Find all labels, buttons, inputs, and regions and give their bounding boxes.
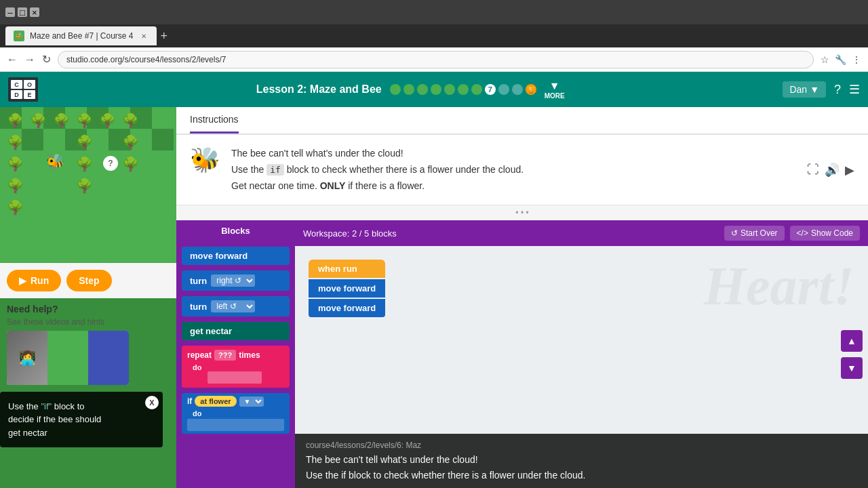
tree-1: 🌳 [7,113,24,129]
dot-1 [390,84,401,95]
blocks-header: Blocks [176,220,295,241]
refresh-button[interactable]: ↻ [42,53,51,66]
workspace-block-1[interactable]: move forward [309,279,385,298]
logo-c: C [11,80,22,89]
tree-13: 🌳 [7,178,24,194]
run-button[interactable]: ▶ Run [7,270,61,291]
scroll-down-button[interactable]: ▼ [841,357,863,379]
dot-trophy: 🏆 [526,84,536,95]
code-logo: C O D E [8,77,38,102]
get-nectar-block[interactable]: get nectar [182,322,290,340]
maximize-btn[interactable]: □ [18,7,27,17]
turn-right-dropdown[interactable]: right ↺ left ↺ [211,274,255,287]
turn-left-dropdown[interactable]: left ↺ right ↺ [211,300,255,312]
bee-avatar: 🐝 [190,146,220,194]
window-controls: – □ × [5,7,39,17]
dot-5 [444,84,455,95]
scroll-arrows: ▲ ▼ [835,325,868,384]
tree-10: 🌳 [7,156,24,172]
tab-instructions[interactable]: Instructions [190,107,239,134]
more-button[interactable]: ▼ MORE [545,80,565,100]
logo-o: O [24,80,35,89]
instruction-actions: ⛶ 🔊 ▶ [807,146,854,194]
back-button[interactable]: ← [7,54,18,66]
browser-icons: ☆ 🔧 ⋮ [821,54,861,65]
bookmark-icon[interactable]: ☆ [821,54,829,65]
expand-icon[interactable]: ⛶ [807,146,819,194]
bottom-tooltip: course4/lessons/2/levels/6: Maz The bee … [295,434,868,488]
help-title: Need help? [7,304,170,314]
tree-8: 🌳 [76,134,93,150]
blocks-list: move forward turn right ↺ left ↺ turn le… [176,241,295,439]
tooltip-overlay: X Use the "if" block to decide if the be… [0,392,163,448]
game-canvas: 🌳 🌳 🌳 🌳 🌳 🌳 🌳 🌳 🌳 🌳 🌳 🌳 🌳 🌳 🌳 🐝 ? [0,107,176,263]
help-section: Need help? See these videos and hints 👩‍… [0,298,176,390]
banner-line2: Use the if block to check whether there … [306,468,857,483]
close-btn[interactable]: × [30,7,39,17]
hamburger-menu-button[interactable]: ☰ [849,82,860,97]
extension-icon[interactable]: 🔧 [835,54,846,65]
tab-close-btn[interactable]: ✕ [139,31,149,41]
start-over-button[interactable]: ↺ Start Over [724,226,785,241]
dot-9 [512,84,523,95]
tree-3: 🌳 [53,113,70,129]
workspace-content: when run move forward move forward Heart… [295,246,868,331]
address-bar: ← → ↻ ☆ 🔧 ⋮ [0,47,868,72]
if-block[interactable]: if at flower ▼ do [182,393,290,434]
user-button[interactable]: Dan ▼ [783,81,826,98]
volume-icon[interactable]: 🔊 [825,146,840,194]
tree-15: 🌳 [7,199,24,216]
dot-6 [458,84,469,95]
hint-thumb-2 [47,331,88,385]
instruction-line-3: Get nectar one time. ONLY if there is a … [231,178,524,195]
dot-8 [498,84,509,95]
forward-button[interactable]: → [24,54,35,66]
step-button[interactable]: Step [66,270,111,291]
when-run-block[interactable]: when run move forward move forward [309,260,385,317]
dot-2 [403,84,414,95]
tree-2: 🌳 [30,113,47,129]
progress-dots: 7 🏆 [390,84,536,95]
instruction-line-1: The bee can't tell what's under the clou… [231,146,524,162]
active-tab[interactable]: 🐝 Maze and Bee #7 | Course 4 ✕ [5,26,157,45]
header-right: Dan ▼ ? ☰ [783,81,860,98]
lesson-title-text: Lesson 2: Maze and Bee [256,83,382,96]
workspace-block-2[interactable]: move forward [309,299,385,317]
instruction-line-2: Use the if block to check whether there … [231,162,524,178]
turn-right-block[interactable]: turn right ↺ left ↺ [182,270,290,291]
code-workspace: Workspace: 2 / 5 blocks ↺ Start Over </>… [295,220,868,488]
move-forward-block[interactable]: move forward [182,247,290,265]
workspace-area: Blocks move forward turn right ↺ left ↺ … [176,220,868,488]
play-icon[interactable]: ▶ [845,146,854,194]
right-panel: Instructions 🐝 The bee can't tell what's… [176,107,868,488]
dot-4 [431,84,441,95]
turn-left-block[interactable]: turn left ↺ right ↺ [182,296,290,317]
divider: • • • [176,205,868,220]
workspace-info: Workspace: 2 / 5 blocks [303,228,397,239]
dot-7 [471,84,482,95]
new-tab-button[interactable]: + [161,29,168,43]
hint-video[interactable]: 👩‍💻 [7,331,129,385]
menu-icon[interactable]: ⋮ [852,54,861,65]
if-dropdown[interactable]: ▼ [239,396,264,407]
bee-character: 🐝 [46,153,64,171]
tree-7: 🌳 [7,134,24,150]
tab-title: Maze and Bee #7 | Course 4 [30,31,134,41]
url-input[interactable] [58,51,814,68]
show-code-button[interactable]: </> Show Code [790,226,860,241]
hint-thumb-3 [88,331,129,385]
tree-12: 🌳 [122,156,139,172]
scroll-up-button[interactable]: ▲ [841,330,863,352]
banner-url: course4/lessons/2/levels/6: Maz [306,439,857,452]
tree-11: 🌳 [76,156,93,172]
tab-favicon: 🐝 [14,30,24,41]
minimize-btn[interactable]: – [5,7,15,17]
question-cloud: ? [103,156,118,171]
hint-thumb-1: 👩‍💻 [7,331,47,385]
tooltip-close-button[interactable]: X [145,396,159,409]
repeat-block[interactable]: repeat ??? times do [182,346,290,388]
watermark: Heart! [704,256,854,317]
help-button[interactable]: ? [834,83,841,97]
lesson-title: Lesson 2: Maze and Bee 7 🏆 ▼ MORE [49,80,772,100]
instructions-content: 🐝 The bee can't tell what's under the cl… [176,135,868,205]
